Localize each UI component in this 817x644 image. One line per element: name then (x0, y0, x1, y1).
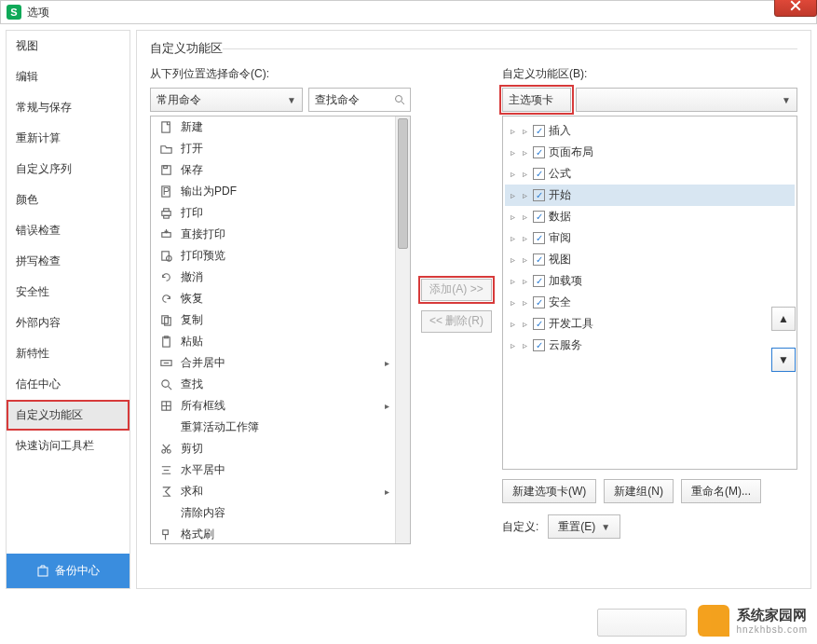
command-item[interactable]: 查找 (151, 374, 395, 395)
expand-icon[interactable]: ▹ (521, 341, 529, 349)
tree-item[interactable]: ▹▹✓安全 (505, 292, 795, 313)
move-down-button[interactable]: ▼ (771, 348, 796, 372)
ribbon-target-select[interactable]: 主选项卡 (502, 88, 571, 112)
command-item[interactable]: 重算活动工作簿 (151, 417, 395, 438)
expand-icon[interactable]: ▹ (521, 127, 529, 135)
sidebar-item-13[interactable]: 快速访问工具栏 (7, 431, 129, 461)
expand-icon[interactable]: ▹ (521, 320, 529, 328)
expand-icon[interactable]: ▹ (521, 212, 529, 221)
tree-item[interactable]: ▹▹✓开始 (505, 185, 795, 206)
checkbox[interactable]: ✓ (533, 253, 545, 266)
checkbox[interactable]: ✓ (533, 125, 545, 137)
command-item[interactable]: 格式刷 (151, 524, 395, 543)
sidebar-item-11[interactable]: 信任中心 (7, 369, 129, 400)
sidebar-item-8[interactable]: 安全性 (7, 277, 129, 308)
checkbox[interactable]: ✓ (533, 296, 545, 308)
expand-icon[interactable]: ▹ (509, 148, 517, 157)
command-item[interactable]: 打印预览 (151, 245, 395, 267)
sidebar-item-0[interactable]: 视图 (7, 31, 129, 62)
rename-button[interactable]: 重命名(M)... (681, 479, 761, 503)
command-item[interactable]: 直接打印 (151, 224, 395, 245)
command-item[interactable]: 撤消 (151, 267, 395, 288)
commands-listbox[interactable]: 新建打开保存P输出为PDF打印直接打印打印预览撤消恢复复制粘贴合并居中▸查找所有… (150, 116, 411, 544)
content-panel: 自定义功能区 从下列位置选择命令(C): 常用命令 ▼ 查找命令 (136, 30, 811, 589)
reset-button[interactable]: 重置(E) ▼ (548, 514, 620, 539)
expand-icon[interactable]: ▹ (509, 277, 517, 285)
expand-icon[interactable]: ▹ (509, 234, 517, 242)
sidebar-item-6[interactable]: 错误检查 (7, 215, 129, 246)
checkbox[interactable]: ✓ (533, 339, 545, 351)
new-tab-button[interactable]: 新建选项卡(W) (502, 479, 596, 503)
tree-item[interactable]: ▹▹✓云服务 (505, 335, 795, 356)
expand-icon[interactable]: ▹ (521, 148, 529, 157)
command-item[interactable]: 求和▸ (151, 481, 395, 502)
sidebar-item-3[interactable]: 重新计算 (7, 123, 129, 154)
expand-icon[interactable]: ▹ (509, 191, 517, 199)
ribbon-tree[interactable]: ▹▹✓插入▹▹✓页面布局▹▹✓公式▹▹✓开始▹▹✓数据▹▹✓审阅▹▹✓视图▹▹✓… (502, 116, 797, 470)
expand-icon[interactable]: ▹ (509, 341, 517, 349)
tree-item[interactable]: ▹▹✓视图 (505, 249, 795, 270)
expand-icon[interactable]: ▹ (509, 212, 517, 221)
backup-center-button[interactable]: 备份中心 (7, 554, 129, 588)
dialog-button[interactable] (597, 609, 687, 637)
command-item[interactable]: 所有框线▸ (151, 395, 395, 417)
command-item[interactable]: 水平居中 (151, 459, 395, 481)
expand-icon[interactable]: ▹ (509, 127, 517, 135)
sidebar-item-5[interactable]: 颜色 (7, 185, 129, 215)
command-item[interactable]: 打开 (151, 138, 395, 159)
command-item[interactable]: 清除内容 (151, 502, 395, 524)
command-item[interactable]: 恢复 (151, 288, 395, 309)
scroll-thumb[interactable] (398, 118, 408, 249)
checkbox[interactable]: ✓ (533, 168, 545, 180)
command-item[interactable]: 剪切 (151, 438, 395, 459)
tree-item[interactable]: ▹▹✓开发工具 (505, 313, 795, 335)
expand-icon[interactable]: ▹ (521, 255, 529, 264)
command-item[interactable]: 新建 (151, 116, 395, 138)
tree-item[interactable]: ▹▹✓插入 (505, 120, 795, 142)
add-button[interactable]: 添加(A) >> (421, 279, 492, 301)
command-item[interactable]: 复制 (151, 309, 395, 331)
expand-icon[interactable]: ▹ (509, 320, 517, 328)
sidebar-item-9[interactable]: 外部内容 (7, 308, 129, 338)
tree-item[interactable]: ▹▹✓加载项 (505, 270, 795, 292)
commands-source-select[interactable]: 常用命令 ▼ (150, 88, 303, 112)
checkbox[interactable]: ✓ (533, 232, 545, 244)
sidebar-item-10[interactable]: 新特性 (7, 338, 129, 369)
command-item[interactable]: 打印 (151, 202, 395, 224)
sidebar-item-2[interactable]: 常规与保存 (7, 92, 129, 123)
command-item[interactable]: 粘贴 (151, 331, 395, 352)
expand-icon[interactable]: ▹ (509, 255, 517, 264)
scrollbar[interactable] (395, 116, 410, 543)
sidebar-item-7[interactable]: 拼写检查 (7, 246, 129, 277)
tree-item[interactable]: ▹▹✓页面布局 (505, 142, 795, 163)
command-item[interactable]: P输出为PDF (151, 181, 395, 202)
checkbox[interactable]: ✓ (533, 146, 545, 158)
expand-icon[interactable]: ▹ (509, 170, 517, 178)
command-item[interactable]: 保存 (151, 159, 395, 181)
titlebar: S 选项 (0, 0, 817, 24)
tree-item[interactable]: ▹▹✓数据 (505, 206, 795, 227)
checkbox[interactable]: ✓ (533, 189, 545, 201)
sidebar-item-4[interactable]: 自定义序列 (7, 154, 129, 185)
tree-item[interactable]: ▹▹✓审阅 (505, 227, 795, 249)
expand-icon[interactable]: ▹ (521, 170, 529, 178)
ribbon-target-select-ext[interactable]: ▼ (576, 88, 797, 112)
new-group-button[interactable]: 新建组(N) (604, 479, 674, 503)
expand-icon[interactable]: ▹ (509, 298, 517, 307)
sidebar-item-12[interactable]: 自定义功能区 (7, 400, 129, 431)
checkbox[interactable]: ✓ (533, 211, 545, 223)
tree-item[interactable]: ▹▹✓公式 (505, 163, 795, 185)
close-button[interactable] (774, 0, 817, 17)
checkbox[interactable]: ✓ (533, 318, 545, 330)
expand-icon[interactable]: ▹ (521, 298, 529, 307)
remove-button[interactable]: << 删除(R) (421, 310, 492, 333)
expand-icon[interactable]: ▹ (521, 234, 529, 242)
checkbox[interactable]: ✓ (533, 275, 545, 287)
search-command-input[interactable]: 查找命令 (308, 88, 411, 112)
move-up-button[interactable]: ▲ (771, 307, 796, 331)
command-item[interactable]: 合并居中▸ (151, 352, 395, 374)
expand-icon[interactable]: ▹ (521, 277, 529, 285)
expand-icon[interactable]: ▹ (521, 191, 529, 199)
sidebar-item-1[interactable]: 编辑 (7, 62, 129, 92)
command-label: 求和 (181, 484, 203, 500)
